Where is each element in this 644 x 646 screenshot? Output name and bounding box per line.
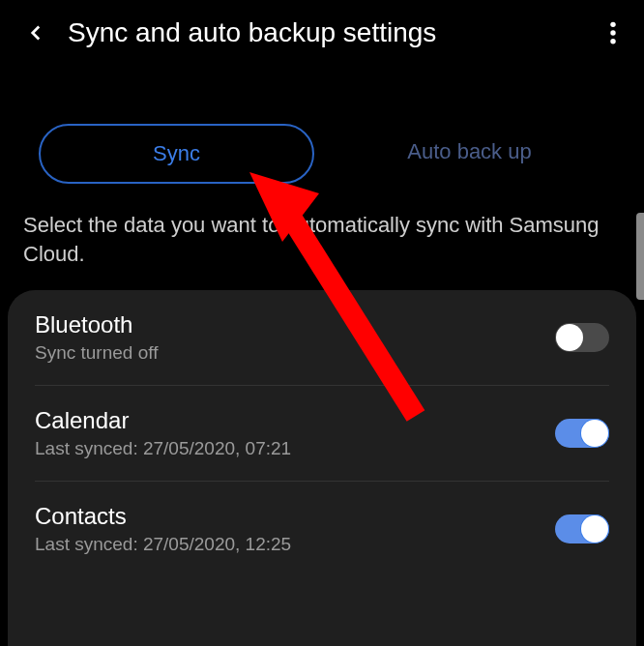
contacts-toggle[interactable] [555,514,609,543]
svg-point-0 [610,22,615,27]
calendar-toggle[interactable] [555,419,609,448]
item-title: Bluetooth [35,311,158,338]
list-item[interactable]: Calendar Last synced: 27/05/2020, 07:21 [35,386,609,482]
svg-point-1 [610,30,615,35]
item-subtitle: Sync turned off [35,342,158,364]
item-subtitle: Last synced: 27/05/2020, 12:25 [35,534,291,555]
sync-description: Select the data you want to automaticall… [0,203,644,291]
list-item[interactable]: Bluetooth Sync turned off [35,290,609,386]
bluetooth-toggle[interactable] [555,323,609,352]
item-title: Calendar [35,407,291,434]
list-item[interactable]: Contacts Last synced: 27/05/2020, 12:25 [35,482,609,576]
tabs: Sync Auto back up [0,66,644,203]
page-title: Sync and auto backup settings [68,17,590,48]
back-icon[interactable] [23,20,48,45]
scrollbar[interactable] [636,213,644,300]
tab-auto-backup[interactable]: Auto back up [334,124,605,184]
more-options-icon[interactable] [609,20,621,45]
sync-items-panel: Bluetooth Sync turned off Calendar Last … [8,290,636,646]
svg-point-2 [610,39,615,44]
header: Sync and auto backup settings [0,0,644,66]
item-subtitle: Last synced: 27/05/2020, 07:21 [35,438,291,459]
tab-sync[interactable]: Sync [39,124,314,184]
item-title: Contacts [35,503,291,530]
